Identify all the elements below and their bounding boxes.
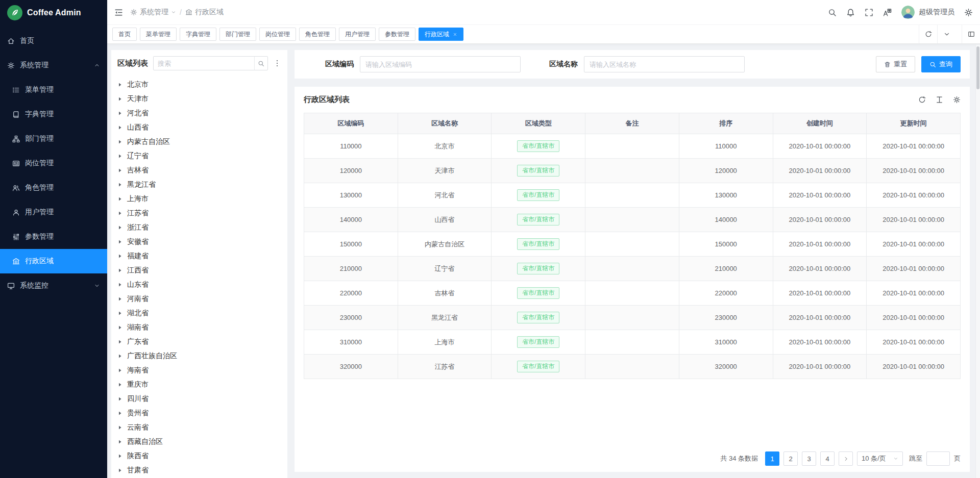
- table-row[interactable]: 310000上海市省市/直辖市3100002020-10-01 00:00:00…: [304, 330, 961, 355]
- refresh-tab-icon[interactable]: [919, 25, 937, 43]
- sidebar-item[interactable]: 用户管理: [0, 200, 107, 224]
- region-name-input[interactable]: [584, 56, 745, 72]
- sidebar-item[interactable]: 部门管理: [0, 127, 107, 151]
- table-row[interactable]: 140000山西省省市/直辖市1400002020-10-01 00:00:00…: [304, 208, 961, 232]
- page-button[interactable]: 2: [783, 451, 798, 466]
- tab[interactable]: 用户管理: [339, 28, 376, 41]
- tree-item[interactable]: 河南省: [117, 292, 287, 306]
- table-row[interactable]: 120000天津市省市/直辖市1200002020-10-01 00:00:00…: [304, 159, 961, 183]
- page-button[interactable]: 4: [820, 451, 835, 466]
- tree-item[interactable]: 辽宁省: [117, 149, 287, 163]
- tree-item[interactable]: 山东省: [117, 278, 287, 292]
- caret-right-icon[interactable]: [117, 282, 122, 287]
- table-row[interactable]: 110000北京市省市/直辖市1100002020-10-01 00:00:00…: [304, 134, 961, 159]
- tree-item[interactable]: 浙江省: [117, 220, 287, 235]
- caret-right-icon[interactable]: [117, 196, 122, 202]
- tree-item[interactable]: 江苏省: [117, 206, 287, 220]
- caret-right-icon[interactable]: [117, 182, 122, 187]
- user-menu[interactable]: 超级管理员: [901, 6, 954, 19]
- query-button[interactable]: 查询: [921, 56, 961, 72]
- tree-search-input[interactable]: [154, 60, 254, 67]
- sidebar-item[interactable]: 参数管理: [0, 224, 107, 249]
- translate-icon[interactable]: [883, 8, 892, 17]
- caret-right-icon[interactable]: [117, 154, 122, 159]
- sidebar-item[interactable]: 菜单管理: [0, 78, 107, 102]
- caret-right-icon[interactable]: [117, 125, 122, 130]
- caret-right-icon[interactable]: [117, 311, 122, 316]
- caret-right-icon[interactable]: [117, 396, 122, 401]
- caret-right-icon[interactable]: [117, 411, 122, 416]
- caret-right-icon[interactable]: [117, 339, 122, 344]
- search-icon[interactable]: [828, 8, 837, 17]
- caret-right-icon[interactable]: [117, 468, 122, 473]
- tree-search-button[interactable]: [254, 57, 267, 70]
- tree-item[interactable]: 四川省: [117, 392, 287, 406]
- reset-button[interactable]: 重置: [876, 56, 915, 72]
- tree-item[interactable]: 安徽省: [117, 235, 287, 249]
- tree-item[interactable]: 海南省: [117, 363, 287, 378]
- tree-item[interactable]: 吉林省: [117, 163, 287, 178]
- table-row[interactable]: 230000黑龙江省省市/直辖市2300002020-10-01 00:00:0…: [304, 306, 961, 330]
- sidebar-item[interactable]: 首页: [0, 29, 107, 53]
- breadcrumb-item[interactable]: 行政区域: [185, 8, 224, 17]
- tree-item[interactable]: 湖南省: [117, 320, 287, 335]
- tree-item[interactable]: 湖北省: [117, 306, 287, 320]
- caret-right-icon[interactable]: [117, 382, 122, 387]
- caret-right-icon[interactable]: [117, 425, 122, 430]
- tab[interactable]: 菜单管理: [140, 28, 177, 41]
- caret-right-icon[interactable]: [117, 354, 122, 359]
- scrollbar-thumb[interactable]: [976, 46, 979, 89]
- tree-item[interactable]: 河北省: [117, 106, 287, 120]
- caret-right-icon[interactable]: [117, 325, 122, 330]
- tree-item[interactable]: 西藏自治区: [117, 435, 287, 449]
- tree-item[interactable]: 北京市: [117, 78, 287, 92]
- sidebar-item[interactable]: 岗位管理: [0, 151, 107, 175]
- caret-right-icon[interactable]: [117, 254, 122, 259]
- caret-right-icon[interactable]: [117, 211, 122, 216]
- menu-fold-icon[interactable]: [114, 8, 123, 17]
- sidebar-item[interactable]: 行政区域: [0, 249, 107, 273]
- column-settings-gear-icon[interactable]: [953, 96, 961, 104]
- caret-right-icon[interactable]: [117, 239, 122, 244]
- tree-item[interactable]: 广西壮族自治区: [117, 349, 287, 363]
- tab[interactable]: 行政区域: [419, 28, 463, 41]
- table-row[interactable]: 210000辽宁省省市/直辖市2100002020-10-01 00:00:00…: [304, 257, 961, 281]
- tab-options-chevron-down-icon[interactable]: [937, 25, 955, 43]
- tree-item[interactable]: 江西省: [117, 263, 287, 278]
- tree-item[interactable]: 陕西省: [117, 449, 287, 463]
- page-size-select[interactable]: 10 条/页: [857, 451, 903, 466]
- caret-right-icon[interactable]: [117, 439, 122, 444]
- refresh-table-icon[interactable]: [918, 96, 926, 104]
- tree-item[interactable]: 山西省: [117, 120, 287, 135]
- tree-item[interactable]: 甘肃省: [117, 463, 287, 477]
- row-height-icon[interactable]: [936, 96, 943, 104]
- caret-right-icon[interactable]: [117, 139, 122, 144]
- caret-right-icon[interactable]: [117, 82, 122, 87]
- app-logo[interactable]: Coffee Admin: [0, 0, 107, 26]
- sidebar-item[interactable]: 系统监控: [0, 273, 107, 298]
- caret-right-icon[interactable]: [117, 454, 122, 459]
- tree-item[interactable]: 广东省: [117, 335, 287, 349]
- caret-right-icon[interactable]: [117, 268, 122, 273]
- tree-item[interactable]: 内蒙古自治区: [117, 135, 287, 149]
- tab[interactable]: 角色管理: [299, 28, 336, 41]
- tab[interactable]: 岗位管理: [259, 28, 296, 41]
- region-code-input[interactable]: [360, 56, 521, 72]
- caret-right-icon[interactable]: [117, 296, 122, 301]
- breadcrumb-item[interactable]: 系统管理: [130, 8, 176, 17]
- table-row[interactable]: 220000吉林省省市/直辖市2200002020-10-01 00:00:00…: [304, 281, 961, 306]
- page-button[interactable]: 1: [765, 451, 779, 466]
- table-row[interactable]: 320000江苏省省市/直辖市3200002020-10-01 00:00:00…: [304, 355, 961, 379]
- sidebar-item[interactable]: 角色管理: [0, 175, 107, 200]
- caret-right-icon[interactable]: [117, 111, 122, 116]
- next-page-button[interactable]: [839, 451, 853, 466]
- tree-item[interactable]: 福建省: [117, 249, 287, 263]
- tree-item[interactable]: 上海市: [117, 192, 287, 206]
- settings-gear-icon[interactable]: [964, 8, 973, 17]
- tree-item[interactable]: 重庆市: [117, 378, 287, 392]
- page-button[interactable]: 3: [802, 451, 816, 466]
- close-icon[interactable]: [453, 32, 457, 37]
- tree-item[interactable]: 贵州省: [117, 406, 287, 420]
- tree-item[interactable]: 云南省: [117, 420, 287, 435]
- caret-right-icon[interactable]: [117, 168, 122, 173]
